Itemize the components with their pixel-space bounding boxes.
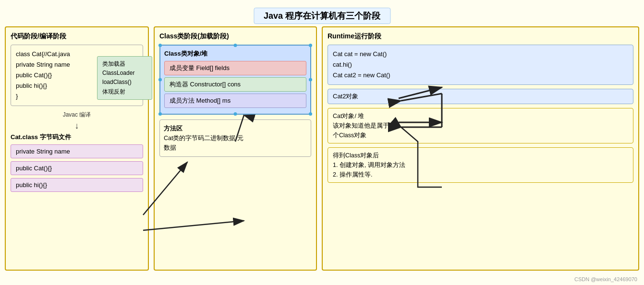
runtime-code-text: Cat cat = new Cat() cat.hi() Cat cat2 = … (333, 50, 390, 79)
bytecode-title: Cat.class 字节码文件 (11, 133, 143, 142)
dot-bl (158, 112, 162, 116)
source-code-text: class Cat{//Cat.java private String name… (16, 50, 70, 100)
method-area-text: Cat类的字节码二进制数据/元 数据 (164, 133, 307, 153)
bytecode-item-1: public Cat(){} (11, 161, 143, 175)
cat2-box: Cat2对象 (328, 89, 633, 104)
cat-heap-text: Cat对象/ 堆 该对象知道他是属于哪 个Class对象 (333, 113, 395, 139)
runtime-code-box: Cat cat = new Cat() cat.hi() Cat cat2 = … (328, 45, 633, 85)
class-stage-box: Class类对象/堆 成员变量 Field[] fields 构造器 Const… (159, 45, 311, 115)
arrow-down-icon: ↓ (11, 121, 143, 131)
bytecode-item-0: private String name (11, 144, 143, 158)
classloader-text: ClassLoader loadClass() 体现反射 (102, 69, 147, 96)
class-method: 成员方法 Method[] ms (164, 94, 306, 108)
dot-tr (309, 44, 312, 47)
method-area-box: 方法区 Cat类的字节码二进制数据/元 数据 (159, 119, 311, 157)
class-constructor: 构造器 Constructor[] cons (164, 77, 306, 92)
dot-tc (234, 44, 237, 47)
col2-panel: Class类阶段(加载阶段) 类加载器 ClassLoader loadClas… (154, 26, 317, 271)
main-title: Java 程序在计算机有三个阶段 (254, 8, 390, 24)
col2-title: Class类阶段(加载阶段) (159, 32, 311, 41)
class-object-title: Class类对象/堆 (164, 49, 306, 58)
dot-mr (309, 78, 312, 82)
dot-tl (158, 44, 162, 47)
classloader-title: 类加载器 (102, 59, 147, 69)
get-class-text: 得到Class对象后 1. 创建对象, 调用对象方法 2. 操作属性等. (333, 152, 405, 178)
dot-br (309, 112, 312, 116)
method-area-title: 方法区 (164, 124, 307, 133)
col3-title: Runtime运行阶段 (328, 32, 633, 41)
bytecode-item-2: public hi(){} (11, 178, 143, 192)
classloader-box: 类加载器 ClassLoader loadClass() 体现反射 (97, 56, 152, 100)
col3-panel: Runtime运行阶段 Cat cat = new Cat() cat.hi()… (322, 26, 639, 271)
javac-label: Javac 编译 (11, 111, 143, 119)
cat-heap-box: Cat对象/ 堆 该对象知道他是属于哪 个Class对象 (328, 108, 633, 143)
class-field: 成员变量 Field[] fields (164, 61, 306, 75)
dot-bc (234, 112, 237, 116)
columns-wrapper: 代码阶段/编译阶段 class Cat{//Cat.java private S… (5, 26, 639, 271)
watermark: CSDN @weixin_42469070 (574, 276, 637, 282)
col1-title: 代码阶段/编译阶段 (11, 32, 143, 41)
get-class-box: 得到Class对象后 1. 创建对象, 调用对象方法 2. 操作属性等. (328, 147, 633, 183)
dot-ml (158, 78, 162, 82)
